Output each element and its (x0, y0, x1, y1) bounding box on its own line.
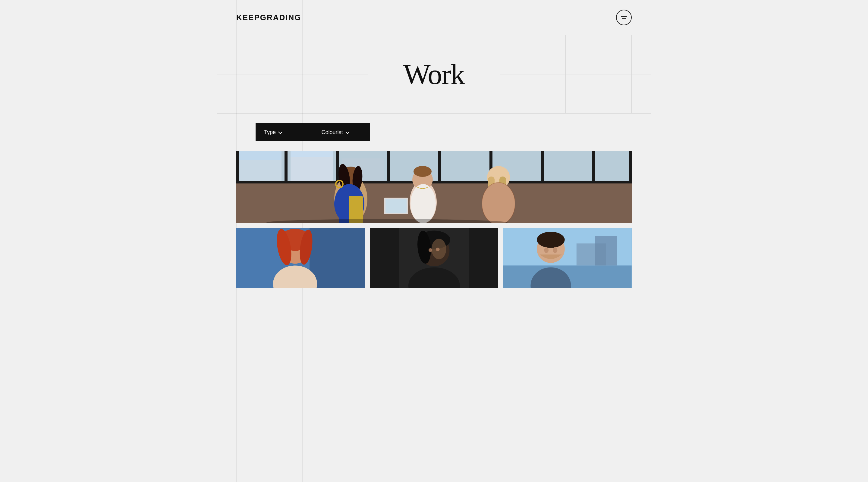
grid-cell-r2c3 (302, 74, 368, 114)
thumb-svg-2 (370, 228, 498, 288)
thumbnail-1[interactable] (236, 228, 365, 288)
grid-cell-r2c7 (566, 74, 632, 114)
svg-point-65 (553, 247, 558, 253)
grid-cell-r1c6 (500, 35, 566, 74)
menu-button[interactable] (616, 10, 632, 25)
svg-point-29 (410, 184, 436, 223)
svg-rect-60 (595, 236, 617, 266)
svg-rect-12 (290, 157, 333, 181)
svg-rect-11 (239, 160, 281, 181)
featured-image-svg (236, 151, 632, 223)
header: KEEPGRADING (217, 0, 651, 35)
svg-rect-10 (236, 181, 632, 184)
grid-cell-r1c1 (217, 35, 236, 74)
grid-cell-r1c3 (302, 35, 368, 74)
page-wrapper: KEEPGRADING Work (217, 0, 651, 288)
colourist-chevron-icon (345, 130, 349, 134)
title-cell: Work (368, 35, 500, 114)
thumbnail-2[interactable] (370, 228, 498, 288)
thumb-svg-1 (236, 228, 365, 288)
colourist-filter[interactable]: Colourist (313, 123, 370, 141)
grid-cell-r2c6 (500, 74, 566, 114)
svg-rect-15 (290, 151, 333, 157)
thumbnail-3[interactable] (503, 228, 632, 288)
filter-bar-wrapper: Type Colourist (236, 123, 651, 141)
grid-cell-r1c8 (632, 35, 651, 74)
type-filter[interactable]: Type (255, 123, 313, 141)
svg-point-64 (544, 247, 549, 253)
menu-bar-1 (621, 16, 627, 17)
logo[interactable]: KEEPGRADING (236, 13, 301, 22)
featured-image (236, 151, 632, 223)
title-grid: Work (217, 35, 651, 114)
svg-rect-23 (339, 196, 349, 223)
menu-bar-2 (622, 19, 626, 19)
thumbnail-grid (236, 228, 632, 288)
grid-cell-r2c8 (632, 74, 651, 114)
grid-cell-r2c2 (236, 74, 302, 114)
grid-cell-r2c1 (217, 74, 236, 114)
svg-point-27 (413, 166, 432, 177)
colourist-filter-label: Colourist (321, 129, 343, 135)
thumb-svg-3 (503, 228, 632, 288)
grid-cell-r1c2 (236, 35, 302, 74)
title-area: Work (217, 35, 651, 114)
svg-point-62 (537, 232, 565, 248)
type-chevron-icon (278, 130, 282, 134)
svg-point-55 (436, 248, 439, 251)
grid-cell-r1c7 (566, 35, 632, 74)
content-section (236, 151, 632, 288)
filter-bar: Type Colourist (255, 123, 370, 141)
svg-rect-41 (310, 228, 365, 288)
svg-point-54 (429, 248, 432, 252)
svg-rect-36 (385, 199, 407, 213)
page-title: Work (403, 58, 464, 91)
type-filter-label: Type (264, 129, 276, 135)
svg-rect-14 (239, 151, 281, 160)
